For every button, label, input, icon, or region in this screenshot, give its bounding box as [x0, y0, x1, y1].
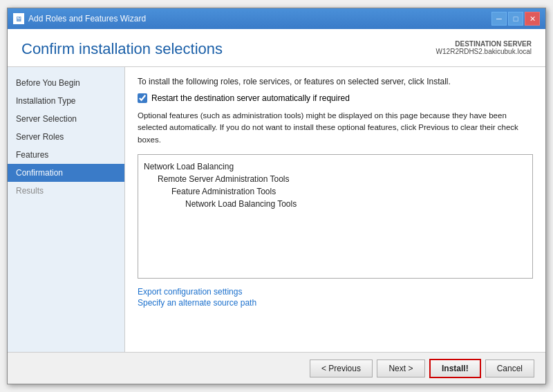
- content-panel: To install the following roles, role ser…: [125, 67, 545, 352]
- destination-label: DESTINATION SERVER: [436, 40, 532, 48]
- sidebar-item-features[interactable]: Features: [8, 146, 124, 164]
- close-button[interactable]: ✕: [525, 12, 540, 26]
- warning-text: Optional features (such as administratio…: [138, 110, 533, 146]
- feature-item-fat: Feature Administration Tools: [144, 185, 527, 198]
- feature-item-rsat: Remote Server Administration Tools: [144, 173, 527, 185]
- minimize-button[interactable]: ─: [491, 12, 507, 26]
- title-bar-controls: ─ □ ✕: [491, 12, 540, 26]
- link-section: Export configuration settings Specify an…: [138, 287, 533, 308]
- instruction-text: To install the following roles, role ser…: [138, 77, 533, 86]
- previous-button[interactable]: < Previous: [310, 360, 373, 377]
- sidebar-item-server-roles[interactable]: Server Roles: [8, 128, 124, 146]
- title-bar: 🖥 Add Roles and Features Wizard ─ □ ✕: [8, 8, 545, 29]
- sidebar-item-server-selection[interactable]: Server Selection: [8, 110, 124, 128]
- sidebar-item-confirmation[interactable]: Confirmation: [8, 164, 124, 182]
- main-body: Before You Begin Installation Type Serve…: [8, 67, 545, 352]
- window-title: Add Roles and Features Wizard: [28, 14, 146, 24]
- install-button[interactable]: Install!: [429, 359, 481, 378]
- destination-server-info: DESTINATION SERVER W12R2RDHS2.bakicubuk.…: [436, 40, 532, 55]
- sidebar: Before You Begin Installation Type Serve…: [8, 67, 125, 352]
- title-bar-left: 🖥 Add Roles and Features Wizard: [13, 13, 146, 24]
- sidebar-item-results: Results: [8, 182, 124, 200]
- next-button[interactable]: Next >: [377, 360, 425, 377]
- sidebar-item-installation-type[interactable]: Installation Type: [8, 92, 124, 110]
- main-window: 🖥 Add Roles and Features Wizard ─ □ ✕ Co…: [7, 8, 546, 384]
- restart-checkbox-row: Restart the destination server automatic…: [138, 93, 533, 103]
- sidebar-item-before-you-begin[interactable]: Before You Begin: [8, 74, 124, 92]
- cancel-button[interactable]: Cancel: [485, 360, 534, 377]
- export-config-link[interactable]: Export configuration settings: [138, 287, 533, 297]
- maximize-button[interactable]: □: [508, 12, 523, 26]
- restart-checkbox[interactable]: [138, 93, 147, 103]
- feature-item-nlbt: Network Load Balancing Tools: [144, 198, 527, 210]
- destination-server-name: W12R2RDHS2.bakicubuk.local: [436, 48, 532, 55]
- restart-checkbox-label[interactable]: Restart the destination server automatic…: [151, 93, 350, 103]
- window-icon: 🖥: [13, 13, 24, 24]
- features-box: Network Load Balancing Remote Server Adm…: [138, 154, 533, 279]
- header-section: Confirm installation selections DESTINAT…: [8, 29, 545, 67]
- page-title: Confirm installation selections: [21, 40, 223, 58]
- feature-item-nlb: Network Load Balancing: [144, 160, 527, 173]
- content-area: Confirm installation selections DESTINAT…: [8, 29, 545, 352]
- footer: < Previous Next > Install! Cancel: [8, 352, 545, 384]
- alternate-source-link[interactable]: Specify an alternate source path: [138, 298, 533, 308]
